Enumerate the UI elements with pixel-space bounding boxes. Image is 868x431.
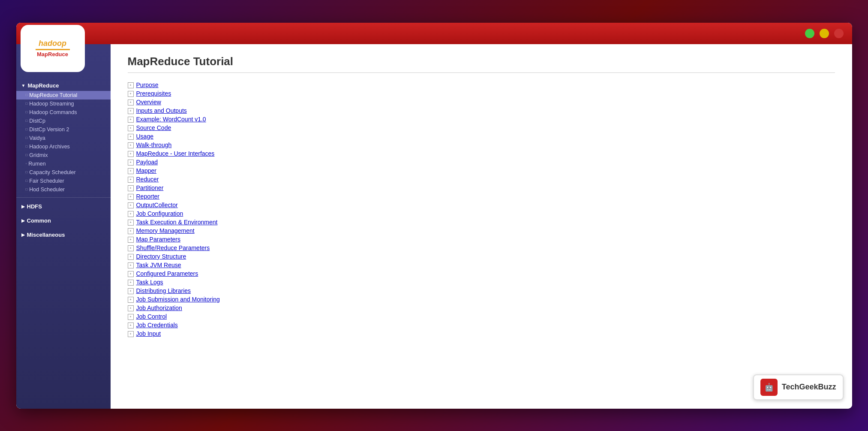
toc-link-shuffle-reduce[interactable]: Shuffle/Reduce Parameters: [136, 244, 210, 251]
toc-bullet: +: [128, 280, 134, 286]
sidebar-item-distcp[interactable]: □ DistCp: [16, 117, 111, 125]
sidebar-item-label: Hadoop Commands: [29, 109, 77, 115]
toc-item-reporter: + Reporter: [128, 192, 835, 201]
logo-mapreduce-text: MapReduce: [36, 51, 70, 57]
toc-link-output-collector[interactable]: OutputCollector: [136, 202, 178, 208]
bullet-icon: □: [26, 93, 28, 97]
sidebar-item-label: Gridmix: [29, 152, 48, 158]
toc-link-task-execution[interactable]: Task Execution & Environment: [136, 219, 218, 226]
toc-link-wordcount[interactable]: Example: WordCount v1.0: [136, 116, 206, 123]
toc-item-source-code: + Source Code: [128, 124, 835, 132]
toc-bullet: +: [128, 245, 134, 251]
toc-bullet: +: [128, 288, 134, 294]
toc-link-job-credentials[interactable]: Job Credentials: [136, 322, 178, 329]
toc-item-task-logs: + Task Logs: [128, 278, 835, 286]
toc-link-purpose[interactable]: Purpose: [136, 81, 159, 88]
sidebar-item-gridmix[interactable]: □ Gridmix: [16, 151, 111, 160]
toc-list: + Purpose + Prerequisites + Overview + I…: [128, 81, 835, 338]
toc-link-user-interfaces[interactable]: MapReduce - User Interfaces: [136, 150, 215, 157]
sidebar-item-mapreduce-tutorial[interactable]: □ MapReduce Tutorial: [16, 91, 111, 99]
toc-item-directory-structure: + Directory Structure: [128, 252, 835, 261]
sidebar-item-label: DistCp: [29, 118, 45, 124]
toc-link-directory-structure[interactable]: Directory Structure: [136, 253, 186, 260]
sidebar-section-header-misc[interactable]: ▶ Miscellaneous: [16, 229, 111, 240]
toc-link-distributing-libraries[interactable]: Distributing Libraries: [136, 287, 191, 294]
toc-bullet: +: [128, 134, 134, 140]
toc-link-inputs-outputs[interactable]: Inputs and Outputs: [136, 107, 187, 114]
sidebar-item-hod-scheduler[interactable]: □ Hod Scheduler: [16, 185, 111, 194]
toc-link-reducer[interactable]: Reducer: [136, 176, 159, 183]
arrow-icon: ▼: [21, 83, 26, 88]
sidebar-section-header-mapreduce[interactable]: ▼ MapReduce: [16, 80, 111, 91]
sidebar-section-mapreduce: ▼ MapReduce □ MapReduce Tutorial □ Hadoo…: [16, 78, 111, 196]
toc-link-task-jvm-reuse[interactable]: Task JVM Reuse: [136, 262, 181, 268]
toc-link-walkthrough[interactable]: Walk-through: [136, 142, 172, 148]
toc-item-memory-management: + Memory Management: [128, 226, 835, 235]
toc-link-usage[interactable]: Usage: [136, 133, 153, 140]
toc-link-job-control[interactable]: Job Control: [136, 313, 167, 320]
toc-item-job-submission: + Job Submission and Monitoring: [128, 295, 835, 304]
traffic-light-yellow[interactable]: [820, 29, 829, 38]
toc-link-payload[interactable]: Payload: [136, 159, 158, 166]
bullet-icon: □: [26, 145, 28, 148]
toc-link-map-parameters[interactable]: Map Parameters: [136, 236, 180, 243]
tgb-icon: 🤖: [760, 379, 778, 396]
sidebar-section-label: HDFS: [27, 203, 42, 210]
toc-link-configured-parameters[interactable]: Configured Parameters: [136, 270, 198, 277]
toc-link-task-logs[interactable]: Task Logs: [136, 279, 163, 286]
sidebar-item-distcp-v2[interactable]: □ DistCp Version 2: [16, 125, 111, 134]
toc-bullet: +: [128, 160, 134, 166]
toc-bullet: +: [128, 151, 134, 157]
bullet-icon: □: [26, 153, 28, 157]
toc-bullet: +: [128, 117, 134, 123]
sidebar-item-rumen[interactable]: ◦ Rumen: [16, 160, 111, 168]
sidebar: ▼ MapReduce □ MapReduce Tutorial □ Hadoo…: [16, 44, 111, 409]
sidebar-item-hadoop-archives[interactable]: □ Hadoop Archives: [16, 142, 111, 151]
sidebar-item-vaidya[interactable]: □ Vaidya: [16, 134, 111, 142]
toc-item-shuffle-reduce: + Shuffle/Reduce Parameters: [128, 244, 835, 252]
sidebar-item-label: Hadoop Streaming: [29, 101, 74, 107]
sidebar-item-fair-scheduler[interactable]: □ Fair Scheduler: [16, 177, 111, 185]
sidebar-item-label: Hadoop Archives: [29, 144, 70, 150]
toc-bullet: +: [128, 168, 134, 174]
toc-link-partitioner[interactable]: Partitioner: [136, 184, 164, 191]
app-logo: hadoop MapReduce: [21, 25, 85, 72]
toc-item-inputs-outputs: + Inputs and Outputs: [128, 106, 835, 115]
sidebar-section-label: Common: [27, 217, 51, 224]
toc-item-job-input: + Job Input: [128, 329, 835, 338]
toc-link-job-submission[interactable]: Job Submission and Monitoring: [136, 296, 220, 303]
bullet-icon: □: [26, 136, 28, 140]
sidebar-section-header-common[interactable]: ▶ Common: [16, 215, 111, 226]
toc-link-job-input[interactable]: Job Input: [136, 330, 161, 337]
arrow-icon: ▶: [21, 232, 25, 237]
sidebar-section-common: ▶ Common: [16, 214, 111, 228]
toc-item-reducer: + Reducer: [128, 175, 835, 184]
arrow-icon: ▶: [21, 204, 25, 209]
sidebar-item-hadoop-streaming[interactable]: □ Hadoop Streaming: [16, 99, 111, 108]
toc-bullet: +: [128, 202, 134, 208]
sidebar-item-hadoop-commands[interactable]: □ Hadoop Commands: [16, 108, 111, 117]
techgeekbuzz-badge: 🤖 TechGeekBuzz: [753, 374, 844, 400]
toc-bullet: +: [128, 322, 134, 329]
toc-link-job-authorization[interactable]: Job Authorization: [136, 304, 182, 311]
toc-item-output-collector: + OutputCollector: [128, 201, 835, 209]
toc-bullet: +: [128, 262, 134, 268]
toc-link-job-configuration[interactable]: Job Configuration: [136, 210, 183, 217]
traffic-light-red[interactable]: [834, 29, 844, 38]
toc-item-mapper: + Mapper: [128, 166, 835, 175]
traffic-light-green[interactable]: [805, 29, 814, 38]
sidebar-item-capacity-scheduler[interactable]: □ Capacity Scheduler: [16, 168, 111, 177]
toc-bullet: +: [128, 314, 134, 320]
toc-link-overview[interactable]: Overview: [136, 99, 161, 105]
toc-link-mapper[interactable]: Mapper: [136, 167, 156, 174]
toc-bullet: +: [128, 142, 134, 148]
toc-link-memory-management[interactable]: Memory Management: [136, 227, 195, 234]
toc-link-prerequisites[interactable]: Prerequisites: [136, 90, 171, 97]
sidebar-item-label: Fair Scheduler: [29, 178, 64, 184]
sidebar-section-hdfs: ▶ HDFS: [16, 199, 111, 214]
toc-link-source-code[interactable]: Source Code: [136, 124, 171, 131]
sidebar-section-header-hdfs[interactable]: ▶ HDFS: [16, 201, 111, 212]
bullet-icon: ◦: [26, 162, 27, 166]
toc-link-reporter[interactable]: Reporter: [136, 193, 159, 200]
toc-item-job-authorization: + Job Authorization: [128, 304, 835, 312]
